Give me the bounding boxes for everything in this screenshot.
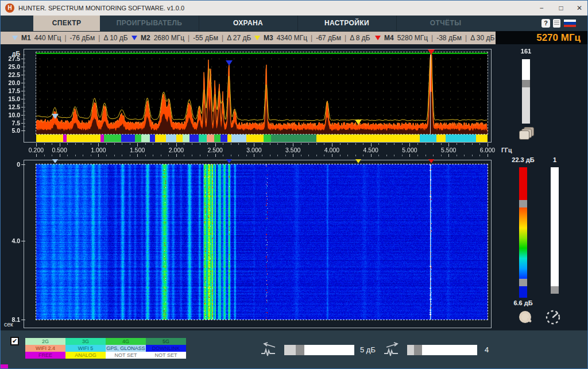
scale-min-label: 6.6 дБ [506,299,540,306]
y-tick [21,130,25,131]
language-flag-icon[interactable] [564,20,576,27]
band-legend-table: 2G3G4G5GWIFI 2.4WIFI 5GPS, GLONASSDOWNLI… [25,338,186,359]
x-tick-label: 4.500 [358,147,384,153]
legend-cell: 5G [146,338,186,345]
help-icon[interactable]: ? [541,19,550,28]
y-minor-tick [23,71,25,71]
tab-reports[interactable]: ОТЧЁТЫ [396,16,495,31]
x-minor-tick [441,155,442,156]
spectrum-x-unit: ГГц [501,147,512,153]
marker-freq: 4340 МГц [277,34,307,42]
tab-spectrum[interactable]: СПЕКТР [33,16,100,31]
marker-m3-plot-triangle[interactable] [355,120,362,125]
y-minor-tick [23,103,25,103]
marker-m2-waterfall-triangle[interactable] [226,159,232,163]
x-minor-tick [207,155,208,156]
marker-m2-plot-triangle[interactable] [226,60,233,66]
x-minor-tick [425,143,426,145]
band-segment [135,134,141,142]
marker-readout-m1: M1 440 МГц | -76 дБм | Δ 10 дБ [12,33,128,43]
tab-settings[interactable]: НАСТРОЙКИ [297,16,396,31]
colormap-scale-slider[interactable] [519,167,527,298]
window-slider-handle[interactable] [414,345,422,355]
threshold-slider[interactable] [284,345,354,355]
x-minor-tick [223,155,223,156]
legend-cell: 4G [106,338,146,345]
x-tick [293,154,293,157]
x-minor-tick [153,143,153,145]
band-segment [183,134,189,142]
x-minor-tick [394,155,394,156]
marker-readout-m3: M3 4340 МГц | -67 дБм | Δ 8 дБ [254,33,370,43]
waterfall-plot[interactable] [36,164,488,320]
window-slider[interactable] [407,345,477,355]
tab-separator [297,16,298,31]
y-minor-tick [23,75,25,75]
colormap-lower-handle[interactable] [519,279,527,286]
y-minor-tick [23,79,25,79]
legend-cell: 3G [65,338,106,345]
maximize-button[interactable]: □ [552,1,570,16]
marker-m3-waterfall-triangle[interactable] [355,159,361,163]
x-minor-tick [231,143,231,145]
marker-delta: Δ 10 дБ [103,34,127,42]
band-legend-checkbox[interactable]: ✔ [10,337,19,345]
x-minor-tick [75,155,76,156]
close-button[interactable]: ✕ [570,1,588,16]
marker-m1-waterfall-triangle[interactable] [52,159,58,163]
marker-m4-plot-triangle[interactable] [428,49,435,55]
x-minor-tick [417,143,418,145]
x-minor-tick [378,155,379,156]
tab-player[interactable]: ПРОИГРЫВАТЕЛЬ [100,16,199,31]
x-minor-tick [472,155,473,156]
x-minor-tick [363,143,363,145]
x-minor-tick [91,155,91,156]
marker-m1-plot-triangle[interactable] [52,114,59,119]
layers-icon[interactable] [519,127,534,140]
x-tick-label: 5.500 [436,147,461,153]
x-minor-tick [184,143,184,145]
window-title: HUNTER. SPECTRUM MONITORING SOFTWARE. v1… [18,1,184,16]
y-tick-label: 27.5 [3,55,20,62]
depth-slider-handle[interactable] [551,286,559,294]
depth-slider[interactable] [551,167,559,294]
accumulation-slider[interactable] [522,59,530,124]
x-tick-label: 4.000 [319,147,345,153]
threshold-slider-handle[interactable] [296,345,304,355]
x-tick-label: 6.000 [475,147,500,153]
spectrum-plot[interactable] [36,52,488,134]
band-segment [199,134,207,142]
tab-guard[interactable]: ОХРАНА [199,16,297,31]
magnifier-icon[interactable] [518,310,533,325]
band-segment [141,134,150,142]
report-icon[interactable] [553,19,560,28]
y-tick-label: 5.0 [3,127,20,134]
x-tick-label: 1.000 [86,147,111,153]
accumulation-slider-handle[interactable] [522,80,530,87]
x-minor-tick [168,155,169,156]
marker-id: M4 [384,34,394,42]
marker-id: M1 [21,34,31,42]
marker-m4-waterfall-triangle[interactable] [428,159,434,163]
x-minor-tick [130,155,130,156]
y-minor-tick [23,55,25,55]
marker-m1-triangle-icon [12,36,18,40]
legend-cell: NOT SET [106,352,146,359]
x-minor-tick [301,155,301,156]
x-minor-tick [301,143,301,145]
x-minor-tick [441,143,442,145]
y-tick-label: 20.0 [3,79,20,86]
band-segment [207,134,215,142]
gauge-icon[interactable] [544,308,562,326]
band-segment [36,134,63,142]
minimize-button[interactable]: − [532,1,551,16]
x-minor-tick [246,143,247,145]
x-minor-tick [153,155,153,156]
band-segment [420,134,436,142]
x-minor-tick [378,143,379,145]
colormap-upper-handle[interactable] [519,200,527,207]
x-minor-tick [479,155,480,156]
x-minor-tick [355,143,356,145]
band-segment [150,134,155,142]
x-minor-tick [231,155,231,156]
